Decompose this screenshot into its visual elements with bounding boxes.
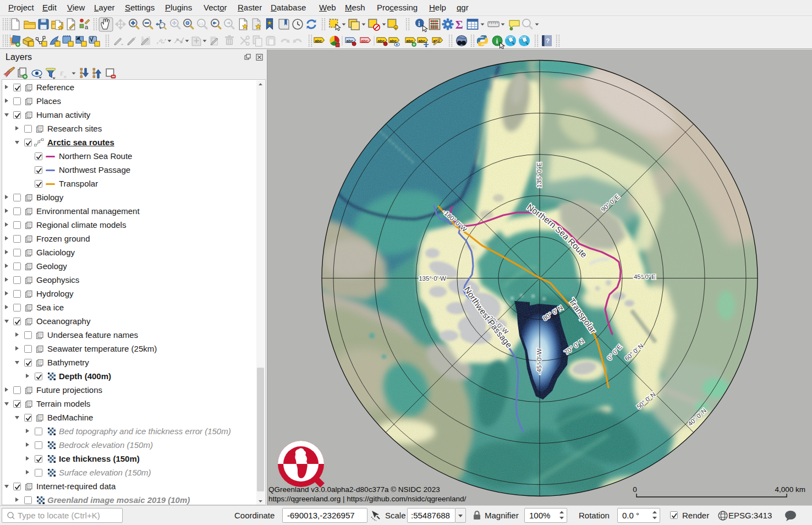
svg-text:4,000 km: 4,000 km [775, 485, 805, 494]
svg-text:45° 0' E: 45° 0' E [634, 274, 656, 280]
svg-text:1:1: 1:1 [199, 22, 203, 25]
svg-text:abc: abc [406, 39, 413, 43]
svg-text:-45° 0' W: -45° 0' W [536, 348, 542, 374]
svg-text:?: ? [546, 37, 550, 44]
svg-text:https://qgreenland.org | https: https://qgreenland.org | https://github.… [268, 495, 466, 503]
svg-text:LYRX: LYRX [506, 36, 513, 39]
svg-text:abc: abc [418, 39, 425, 43]
svg-text:0: 0 [633, 485, 637, 494]
svg-text:n: n [64, 74, 67, 79]
svg-text:135° 0' E: 135° 0' E [536, 162, 542, 188]
svg-text:i: i [496, 37, 498, 45]
svg-text:abc: abc [361, 39, 368, 43]
svg-text:ε: ε [60, 68, 63, 77]
svg-text:a: a [85, 24, 89, 30]
svg-text:abc: abc [315, 39, 322, 43]
svg-text:135° 0' W: 135° 0' W [419, 275, 446, 282]
svg-text:i: i [418, 20, 420, 28]
svg-text:QGreenland v3.0.0alpha2-d80c37: QGreenland v3.0.0alpha2-d80c377a © NSIDC… [268, 485, 440, 494]
svg-text:Σ: Σ [456, 18, 463, 31]
svg-text:QMS: QMS [519, 36, 526, 39]
